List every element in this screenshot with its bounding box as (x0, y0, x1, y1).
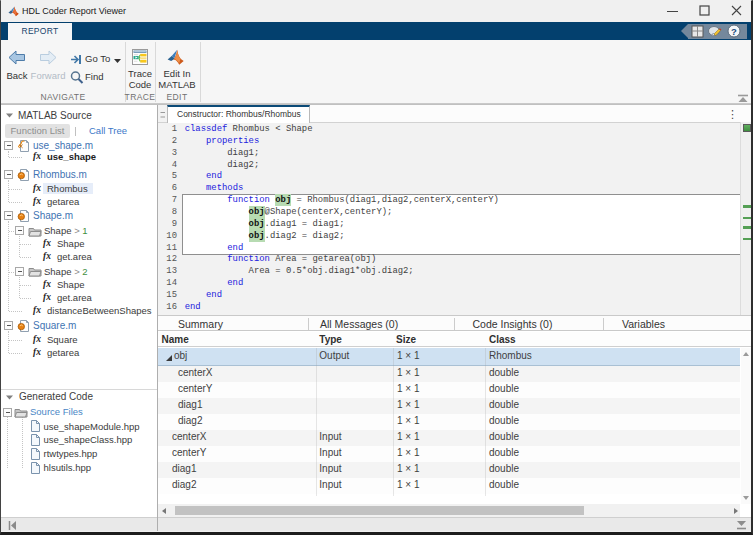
svg-text:?: ? (731, 26, 737, 37)
